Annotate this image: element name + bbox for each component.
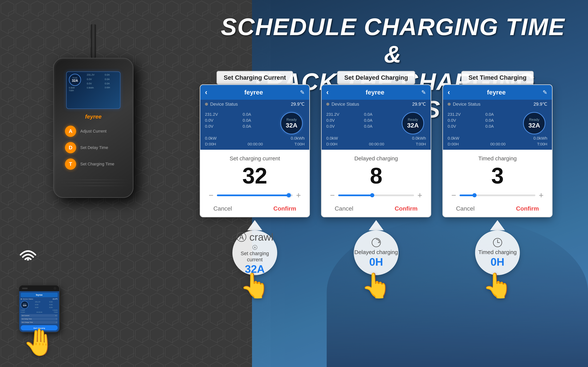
panel-label-delayed: Set Delayed Charging	[337, 71, 415, 84]
status-label-1: Device Status	[210, 101, 238, 107]
slider-row-1: − +	[209, 191, 301, 200]
indicator-1: Ⓐ crawl A Set chargingcurrent 32A 👆	[232, 220, 277, 300]
confirm-btn-1[interactable]: Confirm	[273, 205, 296, 212]
status-label-2: Device Status	[331, 101, 359, 107]
charger-logo: feyree	[85, 114, 101, 120]
modal-actions-2: Cancel Confirm	[330, 205, 422, 212]
charger-body: 231.2V0.0A Ready 32A 0.0V0.0A 0.0V0.0A 0…	[53, 58, 133, 198]
app-mockup-1: ‹ feyree ✎ Device Status 29.9℃ 231.2V 0.…	[200, 84, 310, 217]
slider-minus-1[interactable]: −	[209, 191, 214, 200]
modal-actions-1: Cancel Confirm	[209, 205, 301, 212]
panel-label-charging-current: Set Charging Current	[216, 71, 293, 84]
app-title-2: feyree	[366, 89, 384, 96]
badge-circle-1: Ⓐ crawl A Set chargingcurrent 32A	[232, 230, 277, 275]
slider-track-2[interactable]	[338, 194, 414, 196]
slider-plus-2[interactable]: +	[417, 191, 422, 200]
slider-plus-1[interactable]: +	[296, 191, 301, 200]
badge-label-2: Delayed charging	[354, 249, 398, 256]
app-header-1: ‹ feyree ✎	[200, 85, 309, 100]
slider-minus-2[interactable]: −	[330, 191, 335, 200]
status-bar-1: Device Status 29.9℃	[200, 100, 309, 109]
app-title-1: feyree	[244, 89, 263, 96]
btn-t-circle: T	[65, 158, 76, 170]
gauge-1: Ready 32A	[280, 112, 303, 134]
btn-t-label: Set Charging Time	[80, 162, 114, 167]
btn-a-label: Adjust Current	[80, 129, 107, 134]
status-dot-1	[205, 103, 208, 106]
svg-text:A: A	[254, 246, 256, 249]
badge-icon-1: Ⓐ crawl	[236, 230, 273, 244]
btn-d-circle: D	[65, 142, 76, 153]
svg-point-3	[27, 259, 29, 260]
status-bar-3: Device Status 29.9℃	[443, 100, 552, 109]
confirm-btn-3[interactable]: Confirm	[516, 205, 539, 212]
status-temp-2: 29.9℃	[412, 101, 426, 107]
hand-pointer-2: 👆	[361, 271, 391, 300]
app-title-3: feyree	[487, 89, 506, 96]
status-label-3: Device Status	[453, 101, 480, 107]
modal-2: Delayed charging 8 − + Cancel Confirm	[322, 150, 431, 217]
badge-label-1: Set chargingcurrent	[241, 250, 269, 263]
modal-value-1: 32	[209, 165, 301, 187]
badge-value-3: 0H	[490, 256, 504, 268]
modal-title-1: Set charging current	[209, 155, 301, 162]
modal-value-2: 8	[330, 165, 422, 187]
btn-d-label: Set Delay Time	[80, 145, 108, 150]
btn-a-circle: A	[65, 126, 76, 137]
panels-container: Set Charging Current ‹ feyree ✎ Device S…	[200, 71, 573, 300]
gauge-status-1: Ready	[287, 118, 297, 122]
app-header-2: ‹ feyree ✎	[322, 85, 431, 100]
small-phone-mockup: feyree Device Status 29.9℃ 231.2V0.0A Re…	[19, 285, 60, 333]
back-btn-2[interactable]: ‹	[326, 88, 329, 96]
status-temp-3: 29.9℃	[533, 101, 547, 107]
data-area-2: 231.2V 0.0V 0.0V 0.0A 0.0A 0.0A Ready 32…	[322, 109, 431, 150]
panel-delayed-charging: Set Delayed Charging ‹ feyree ✎ Device S…	[321, 71, 431, 300]
modal-title-3: Timed charging	[451, 155, 544, 162]
app-header-3: ‹ feyree ✎	[443, 85, 552, 100]
hand-pointer-3: 👆	[482, 271, 513, 300]
back-btn-3[interactable]: ‹	[448, 88, 450, 96]
hand-holding-phone: 🤚	[8, 327, 71, 358]
badge-label-3: Timed charging	[478, 249, 517, 256]
edit-btn-1[interactable]: ✎	[300, 89, 305, 96]
cancel-btn-2[interactable]: Cancel	[335, 205, 353, 212]
cancel-btn-1[interactable]: Cancel	[213, 205, 232, 212]
hand-pointer-1: 👆	[240, 271, 270, 300]
data-area-1: 231.2V 0.0V 0.0V 0.0A 0.0A 0.0A Ready 32…	[200, 109, 309, 150]
modal-value-3: 3	[451, 165, 544, 187]
edit-btn-2[interactable]: ✎	[421, 89, 426, 96]
modal-3: Timed charging 3 − + Cancel Confirm	[443, 150, 552, 217]
charger-screen: 231.2V0.0A Ready 32A 0.0V0.0A 0.0V0.0A 0…	[66, 72, 120, 109]
charger-btn-timed: T Set Charging Time	[65, 158, 114, 170]
badge-circle-2: Delayed charging 0H	[354, 230, 398, 275]
app-mockup-3: ‹ feyree ✎ Device Status 29.9℃ 231.2V 0.…	[442, 84, 553, 217]
indicator-2: Delayed charging 0H 👆	[354, 220, 398, 300]
charger-btn-delay: D Set Delay Time	[65, 142, 114, 153]
gauge-value-1: 32A	[286, 122, 297, 129]
edit-btn-3[interactable]: ✎	[543, 89, 547, 96]
status-temp-1: 29.9℃	[291, 101, 305, 107]
modal-title-2: Delayed charging	[330, 155, 422, 162]
slider-track-1[interactable]	[217, 194, 293, 196]
data-area-3: 231.2V 0.0V 0.0V 0.0A 0.0A 0.0A Ready 32…	[443, 109, 552, 150]
modal-1: Set charging current 32 − + Cancel Confi…	[200, 150, 309, 217]
badge-circle-3: Timed charging 0H	[475, 230, 520, 275]
panel-timed-charging: Set Timed Charging ‹ feyree ✎ Device Sta…	[442, 71, 553, 300]
confirm-btn-2[interactable]: Confirm	[395, 205, 418, 212]
panel-label-timed: Set Timed Charging	[461, 71, 533, 84]
cancel-btn-3[interactable]: Cancel	[456, 205, 475, 212]
charger-buttons-group: A Adjust Current D Set Delay Time T Set …	[65, 126, 114, 170]
slider-minus-3[interactable]: −	[451, 191, 456, 200]
slider-plus-3[interactable]: +	[539, 191, 544, 200]
slider-track-3[interactable]	[460, 194, 536, 196]
triangle-up-1	[247, 220, 262, 230]
ev-charger: 231.2V0.0A Ready 32A 0.0V0.0A 0.0V0.0A 0…	[37, 24, 149, 198]
wifi-signal	[19, 245, 37, 264]
gauge-3: Ready 32A	[523, 112, 546, 134]
back-btn-1[interactable]: ‹	[205, 88, 207, 96]
slider-row-2: − +	[330, 191, 422, 200]
indicator-3: Timed charging 0H 👆	[475, 220, 520, 300]
charger-btn-adjust: A Adjust Current	[65, 126, 114, 137]
cable-top	[91, 24, 96, 58]
badge-value-2: 0H	[369, 256, 383, 268]
